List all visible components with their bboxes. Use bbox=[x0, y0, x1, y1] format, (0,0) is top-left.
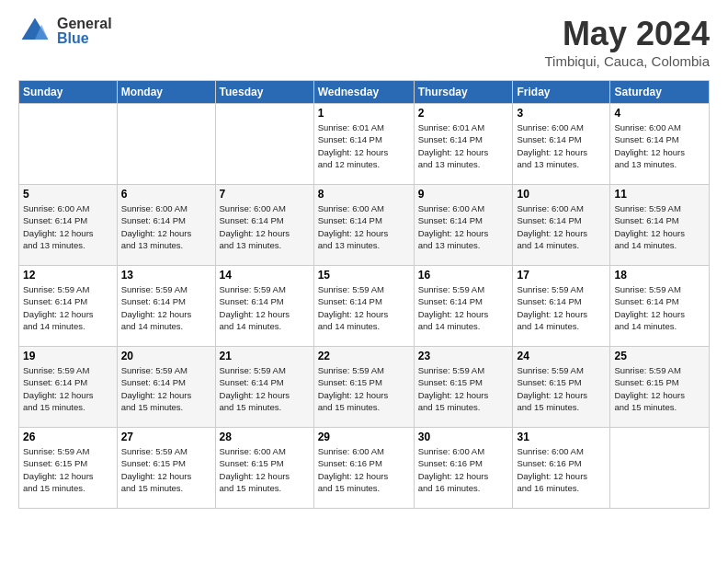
day-number: 25 bbox=[614, 350, 705, 362]
day-info: Sunrise: 5:59 AM Sunset: 6:14 PM Dayligh… bbox=[220, 283, 310, 332]
calendar-cell: 10Sunrise: 6:00 AM Sunset: 6:14 PM Dayli… bbox=[513, 185, 610, 266]
day-info: Sunrise: 6:00 AM Sunset: 6:16 PM Dayligh… bbox=[418, 445, 509, 494]
day-number: 14 bbox=[220, 269, 310, 282]
day-info: Sunrise: 6:00 AM Sunset: 6:14 PM Dayligh… bbox=[418, 202, 509, 251]
day-info: Sunrise: 5:59 AM Sunset: 6:14 PM Dayligh… bbox=[418, 283, 509, 332]
day-number: 19 bbox=[23, 350, 113, 362]
day-number: 15 bbox=[318, 269, 410, 282]
day-info: Sunrise: 5:59 AM Sunset: 6:15 PM Dayligh… bbox=[23, 445, 113, 494]
day-info: Sunrise: 6:01 AM Sunset: 6:14 PM Dayligh… bbox=[418, 121, 509, 170]
calendar-cell: 31Sunrise: 6:00 AM Sunset: 6:16 PM Dayli… bbox=[513, 428, 610, 509]
day-info: Sunrise: 5:59 AM Sunset: 6:15 PM Dayligh… bbox=[121, 445, 211, 494]
day-number: 10 bbox=[517, 188, 606, 201]
day-header-monday: Monday bbox=[117, 81, 215, 104]
day-number: 26 bbox=[23, 431, 113, 443]
calendar-cell: 24Sunrise: 5:59 AM Sunset: 6:15 PM Dayli… bbox=[513, 347, 610, 428]
day-number: 4 bbox=[614, 107, 705, 120]
calendar-cell: 27Sunrise: 5:59 AM Sunset: 6:15 PM Dayli… bbox=[117, 428, 215, 509]
calendar-cell: 6Sunrise: 6:00 AM Sunset: 6:14 PM Daylig… bbox=[117, 185, 215, 266]
day-number: 22 bbox=[318, 350, 410, 362]
day-number: 28 bbox=[220, 431, 310, 443]
day-number: 11 bbox=[614, 188, 705, 201]
logo-text: General Blue bbox=[57, 17, 112, 46]
day-info: Sunrise: 5:59 AM Sunset: 6:15 PM Dayligh… bbox=[318, 364, 410, 413]
day-info: Sunrise: 6:00 AM Sunset: 6:16 PM Dayligh… bbox=[318, 445, 410, 494]
calendar-cell: 29Sunrise: 6:00 AM Sunset: 6:16 PM Dayli… bbox=[313, 428, 414, 509]
day-number: 2 bbox=[418, 107, 509, 120]
day-number: 30 bbox=[418, 431, 509, 443]
calendar-cell: 12Sunrise: 5:59 AM Sunset: 6:14 PM Dayli… bbox=[19, 266, 118, 347]
day-header-friday: Friday bbox=[513, 81, 610, 104]
calendar-cell: 25Sunrise: 5:59 AM Sunset: 6:15 PM Dayli… bbox=[610, 347, 710, 428]
title-location: Timbiqui, Cauca, Colombia bbox=[544, 53, 710, 69]
calendar-cell: 22Sunrise: 5:59 AM Sunset: 6:15 PM Dayli… bbox=[313, 347, 414, 428]
calendar-cell: 9Sunrise: 6:00 AM Sunset: 6:14 PM Daylig… bbox=[414, 185, 513, 266]
day-info: Sunrise: 5:59 AM Sunset: 6:14 PM Dayligh… bbox=[121, 283, 211, 332]
calendar-cell: 11Sunrise: 5:59 AM Sunset: 6:14 PM Dayli… bbox=[610, 185, 710, 266]
calendar-cell: 28Sunrise: 6:00 AM Sunset: 6:15 PM Dayli… bbox=[215, 428, 313, 509]
calendar-cell: 7Sunrise: 6:00 AM Sunset: 6:14 PM Daylig… bbox=[215, 185, 313, 266]
day-info: Sunrise: 5:59 AM Sunset: 6:14 PM Dayligh… bbox=[23, 283, 113, 332]
day-number: 16 bbox=[418, 269, 509, 282]
day-info: Sunrise: 6:00 AM Sunset: 6:14 PM Dayligh… bbox=[220, 202, 310, 251]
day-number: 24 bbox=[517, 350, 606, 362]
day-info: Sunrise: 6:00 AM Sunset: 6:16 PM Dayligh… bbox=[517, 445, 606, 494]
page: General Blue May 2024 Timbiqui, Cauca, C… bbox=[0, 0, 728, 563]
calendar-cell: 2Sunrise: 6:01 AM Sunset: 6:14 PM Daylig… bbox=[414, 104, 513, 185]
day-number: 23 bbox=[418, 350, 509, 362]
day-info: Sunrise: 5:59 AM Sunset: 6:14 PM Dayligh… bbox=[220, 364, 310, 413]
calendar-cell bbox=[610, 428, 710, 509]
header: General Blue May 2024 Timbiqui, Cauca, C… bbox=[18, 15, 710, 69]
day-info: Sunrise: 5:59 AM Sunset: 6:14 PM Dayligh… bbox=[121, 364, 211, 413]
day-info: Sunrise: 5:59 AM Sunset: 6:15 PM Dayligh… bbox=[614, 364, 705, 413]
calendar-cell: 26Sunrise: 5:59 AM Sunset: 6:15 PM Dayli… bbox=[19, 428, 118, 509]
calendar-week-2: 5Sunrise: 6:00 AM Sunset: 6:14 PM Daylig… bbox=[19, 185, 710, 266]
calendar-week-4: 19Sunrise: 5:59 AM Sunset: 6:14 PM Dayli… bbox=[19, 347, 710, 428]
calendar-cell: 19Sunrise: 5:59 AM Sunset: 6:14 PM Dayli… bbox=[19, 347, 118, 428]
title-section: May 2024 Timbiqui, Cauca, Colombia bbox=[544, 15, 710, 69]
logo-icon bbox=[18, 15, 51, 48]
day-info: Sunrise: 5:59 AM Sunset: 6:14 PM Dayligh… bbox=[23, 364, 113, 413]
day-header-wednesday: Wednesday bbox=[313, 81, 414, 104]
day-info: Sunrise: 6:00 AM Sunset: 6:15 PM Dayligh… bbox=[220, 445, 310, 494]
day-number: 3 bbox=[517, 107, 606, 120]
calendar-table: SundayMondayTuesdayWednesdayThursdayFrid… bbox=[18, 80, 710, 509]
calendar-cell: 13Sunrise: 5:59 AM Sunset: 6:14 PM Dayli… bbox=[117, 266, 215, 347]
day-header-tuesday: Tuesday bbox=[215, 81, 313, 104]
title-month: May 2024 bbox=[544, 15, 710, 53]
day-number: 9 bbox=[418, 188, 509, 201]
day-info: Sunrise: 6:00 AM Sunset: 6:14 PM Dayligh… bbox=[23, 202, 113, 251]
logo-general-label: General bbox=[57, 17, 112, 31]
calendar-cell: 5Sunrise: 6:00 AM Sunset: 6:14 PM Daylig… bbox=[19, 185, 118, 266]
calendar-cell bbox=[19, 104, 118, 185]
day-number: 6 bbox=[121, 188, 211, 201]
calendar-header-row: SundayMondayTuesdayWednesdayThursdayFrid… bbox=[19, 81, 710, 104]
day-header-saturday: Saturday bbox=[610, 81, 710, 104]
day-info: Sunrise: 6:00 AM Sunset: 6:14 PM Dayligh… bbox=[121, 202, 211, 251]
calendar-week-3: 12Sunrise: 5:59 AM Sunset: 6:14 PM Dayli… bbox=[19, 266, 710, 347]
calendar-cell: 15Sunrise: 5:59 AM Sunset: 6:14 PM Dayli… bbox=[313, 266, 414, 347]
calendar-cell: 16Sunrise: 5:59 AM Sunset: 6:14 PM Dayli… bbox=[414, 266, 513, 347]
day-number: 8 bbox=[318, 188, 410, 201]
calendar-cell: 21Sunrise: 5:59 AM Sunset: 6:14 PM Dayli… bbox=[215, 347, 313, 428]
day-number: 18 bbox=[614, 269, 705, 282]
day-number: 1 bbox=[318, 107, 410, 120]
day-info: Sunrise: 5:59 AM Sunset: 6:14 PM Dayligh… bbox=[318, 283, 410, 332]
calendar-cell: 4Sunrise: 6:00 AM Sunset: 6:14 PM Daylig… bbox=[610, 104, 710, 185]
calendar-cell: 14Sunrise: 5:59 AM Sunset: 6:14 PM Dayli… bbox=[215, 266, 313, 347]
calendar-cell: 3Sunrise: 6:00 AM Sunset: 6:14 PM Daylig… bbox=[513, 104, 610, 185]
calendar-cell: 17Sunrise: 5:59 AM Sunset: 6:14 PM Dayli… bbox=[513, 266, 610, 347]
calendar-cell bbox=[117, 104, 215, 185]
day-info: Sunrise: 6:01 AM Sunset: 6:14 PM Dayligh… bbox=[318, 121, 410, 170]
calendar-cell: 8Sunrise: 6:00 AM Sunset: 6:14 PM Daylig… bbox=[313, 185, 414, 266]
day-number: 21 bbox=[220, 350, 310, 362]
day-info: Sunrise: 5:59 AM Sunset: 6:15 PM Dayligh… bbox=[418, 364, 509, 413]
day-info: Sunrise: 5:59 AM Sunset: 6:14 PM Dayligh… bbox=[614, 283, 705, 332]
day-info: Sunrise: 5:59 AM Sunset: 6:14 PM Dayligh… bbox=[517, 283, 606, 332]
day-number: 29 bbox=[318, 431, 410, 443]
day-header-sunday: Sunday bbox=[19, 81, 118, 104]
day-info: Sunrise: 6:00 AM Sunset: 6:14 PM Dayligh… bbox=[318, 202, 410, 251]
day-number: 17 bbox=[517, 269, 606, 282]
calendar-cell: 18Sunrise: 5:59 AM Sunset: 6:14 PM Dayli… bbox=[610, 266, 710, 347]
day-info: Sunrise: 5:59 AM Sunset: 6:14 PM Dayligh… bbox=[614, 202, 705, 251]
